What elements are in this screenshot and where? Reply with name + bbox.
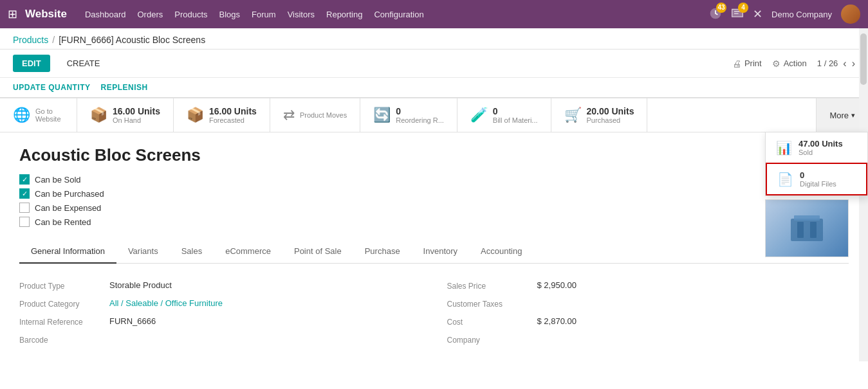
bom-label: Bill of Materi... — [493, 116, 538, 124]
smart-btn-reordering[interactable]: 🔄 0 Reordering R... — [360, 98, 457, 132]
website-icon: 🌐 — [13, 107, 30, 123]
tab-accounting[interactable]: Accounting — [469, 240, 533, 264]
product-category-label: Product Category — [19, 298, 103, 309]
purchased-value: 20.00 Units — [587, 106, 634, 116]
nav-visitors[interactable]: Visitors — [288, 10, 315, 19]
breadcrumb-current: [FURN_6666] Acoustic Bloc Screens — [59, 35, 205, 45]
can-be-sold-label: Can be Sold — [35, 175, 81, 185]
can-be-expensed-label: Can be Expensed — [35, 203, 101, 213]
next-button[interactable]: › — [852, 58, 855, 69]
product-category-value[interactable]: All / Saleable / Office Furniture — [109, 298, 421, 308]
on-hand-value: 16.00 Units — [113, 106, 160, 116]
update-quantity-link[interactable]: UPDATE QUANTITY — [13, 83, 91, 92]
checkboxes: ✓ Can be Sold ✓ Can be Purchased Can be … — [19, 174, 849, 227]
smart-btn-bom[interactable]: 🧪 0 Bill of Materi... — [457, 98, 551, 132]
product-title: Acoustic Bloc Screens — [19, 145, 849, 165]
field-product-category: Product Category All / Saleable / Office… — [19, 294, 421, 312]
purchased-label: Purchased — [587, 116, 634, 124]
breadcrumb: Products / [FURN_6666] Acoustic Bloc Scr… — [0, 28, 868, 50]
reordering-label: Reordering R... — [396, 116, 444, 124]
action-label: Action — [784, 59, 807, 68]
checkbox-can-be-expensed[interactable]: Can be Expensed — [19, 203, 849, 213]
digital-files-value: 0 — [800, 170, 836, 180]
scrollbar-thumb[interactable] — [860, 33, 867, 85]
tab-point-of-sale[interactable]: Point of Sale — [282, 240, 353, 264]
tab-inventory[interactable]: Inventory — [412, 240, 469, 264]
can-be-rented-label: Can be Rented — [35, 217, 91, 227]
product-moves-icon: ⇄ — [283, 107, 295, 123]
smart-btn-forecasted[interactable]: 📦 16.00 Units Forecasted — [174, 98, 270, 132]
tab-variants[interactable]: Variants — [116, 240, 170, 264]
print-icon: 🖨 — [732, 59, 741, 69]
tab-general-information[interactable]: General Information — [19, 240, 116, 264]
forecasted-label: Forecasted — [209, 116, 257, 124]
breadcrumb-separator: / — [52, 35, 55, 45]
field-cost: Cost $ 2,870.00 — [447, 312, 849, 330]
forecasted-value: 16.00 Units — [209, 106, 257, 116]
nav-forum[interactable]: Forum — [252, 10, 276, 19]
svg-rect-3 — [797, 222, 804, 238]
product-type-label: Product Type — [19, 280, 103, 291]
nav-configuration[interactable]: Configuration — [374, 10, 423, 19]
edit-button[interactable]: EDIT — [13, 55, 50, 72]
field-company: Company — [447, 330, 849, 348]
smart-btn-go-to-website[interactable]: 🌐 Go toWebsite — [0, 98, 77, 132]
bom-value: 0 — [493, 106, 538, 116]
pagination: 1 / 26 ‹ › — [817, 58, 855, 69]
can-be-sold-checkbox[interactable]: ✓ — [19, 174, 30, 185]
go-to-website-label: Go toWebsite — [35, 107, 61, 123]
product-image — [765, 199, 849, 257]
replenish-link[interactable]: REPLENISH — [101, 83, 148, 92]
forecasted-icon: 📦 — [187, 107, 204, 123]
nav-orders[interactable]: Orders — [137, 10, 163, 19]
activity-icon[interactable]: 43 — [709, 7, 722, 22]
digital-files-icon: 📄 — [777, 172, 793, 187]
close-icon[interactable]: ✕ — [753, 7, 762, 21]
can-be-expensed-checkbox[interactable] — [19, 203, 30, 213]
smart-btn-purchased[interactable]: 🛒 20.00 Units Purchased — [551, 98, 648, 132]
nav-blogs[interactable]: Blogs — [219, 10, 241, 19]
avatar[interactable] — [841, 5, 860, 24]
nav-dashboard[interactable]: Dashboard — [85, 10, 126, 19]
tab-purchase[interactable]: Purchase — [353, 240, 412, 264]
right-icons: 43 4 ✕ Demo Company — [709, 5, 860, 24]
reordering-icon: 🔄 — [373, 107, 391, 123]
grid-icon[interactable]: ⊞ — [8, 7, 17, 21]
barcode-label: Barcode — [19, 334, 103, 345]
dropdown-digital-files[interactable]: 📄 0 Digital Files — [766, 163, 867, 195]
checkbox-can-be-purchased[interactable]: ✓ Can be Purchased — [19, 188, 849, 199]
smart-btn-on-hand[interactable]: 📦 16.00 Units On Hand — [77, 98, 174, 132]
fields-grid: Product Type Storable Product Product Ca… — [19, 276, 849, 348]
create-button[interactable]: CREATE — [58, 55, 109, 72]
can-be-purchased-checkbox[interactable]: ✓ — [19, 188, 30, 199]
smart-btn-product-moves[interactable]: ⇄ Product Moves — [270, 98, 360, 132]
chat-icon[interactable]: 4 — [731, 7, 744, 22]
units-sold-value: 47.00 Units — [799, 139, 843, 149]
fields-right: Sales Price $ 2,950.00 Customer Taxes Co… — [447, 276, 849, 348]
more-dropdown: 📊 47.00 Units Sold 📄 0 Digital Files — [765, 132, 868, 196]
can-be-rented-checkbox[interactable] — [19, 217, 30, 227]
nav-links: Dashboard Orders Products Blogs Forum Vi… — [85, 10, 709, 19]
svg-rect-4 — [810, 222, 817, 238]
on-hand-label: On Hand — [113, 116, 160, 124]
print-action[interactable]: 🖨 Print — [732, 59, 762, 69]
digital-files-label: Digital Files — [800, 180, 836, 188]
nav-products[interactable]: Products — [174, 10, 207, 19]
dropdown-units-sold[interactable]: 📊 47.00 Units Sold — [766, 132, 867, 163]
action-action[interactable]: ⚙ Action — [772, 59, 807, 69]
fields-left: Product Type Storable Product Product Ca… — [19, 276, 421, 348]
field-sales-price: Sales Price $ 2,950.00 — [447, 276, 849, 294]
breadcrumb-parent[interactable]: Products — [13, 35, 48, 45]
nav-reporting[interactable]: Reporting — [326, 10, 362, 19]
activity-badge: 43 — [716, 3, 726, 13]
app-name: Website — [25, 8, 67, 21]
company-name[interactable]: Demo Company — [771, 10, 832, 19]
tab-ecommerce[interactable]: eCommerce — [214, 240, 282, 264]
tab-sales[interactable]: Sales — [170, 240, 214, 264]
toolbar-right: 🖨 Print ⚙ Action 1 / 26 ‹ › — [732, 58, 855, 69]
action-bar: UPDATE QUANTITY REPLENISH — [0, 78, 868, 98]
checkbox-can-be-rented[interactable]: Can be Rented — [19, 217, 849, 227]
prev-button[interactable]: ‹ — [843, 58, 846, 69]
main-content: Acoustic Bloc Screens ✓ Can be Sold ✓ Ca… — [0, 132, 868, 361]
checkbox-can-be-sold[interactable]: ✓ Can be Sold — [19, 174, 849, 185]
